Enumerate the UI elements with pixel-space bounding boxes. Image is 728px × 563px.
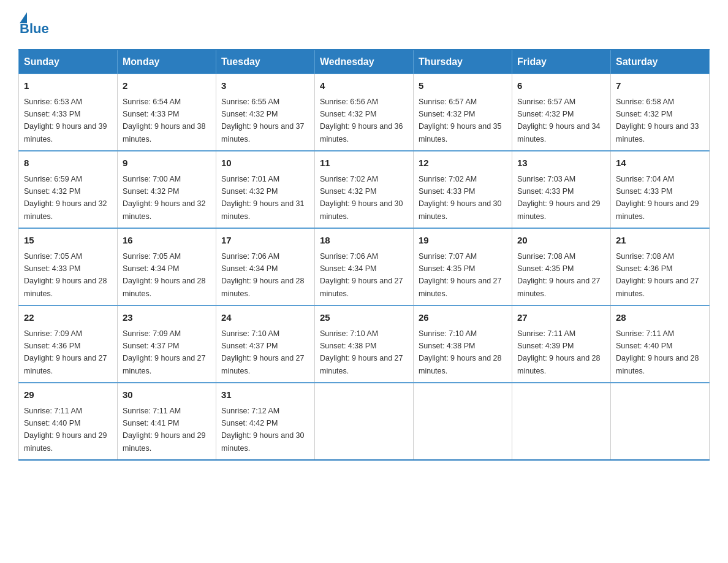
- day-number: 13: [517, 156, 605, 170]
- calendar-cell: 29 Sunrise: 7:11 AMSunset: 4:40 PMDaylig…: [19, 383, 118, 460]
- day-number: 6: [517, 79, 605, 93]
- day-info: Sunrise: 6:59 AMSunset: 4:32 PMDaylight:…: [24, 175, 107, 221]
- day-info: Sunrise: 7:03 AMSunset: 4:33 PMDaylight:…: [517, 175, 601, 221]
- day-info: Sunrise: 7:04 AMSunset: 4:33 PMDaylight:…: [616, 175, 699, 221]
- day-number: 16: [123, 234, 211, 248]
- calendar-cell: 7 Sunrise: 6:58 AMSunset: 4:32 PMDayligh…: [611, 74, 710, 151]
- col-header-sunday: Sunday: [19, 50, 118, 74]
- day-number: 5: [419, 79, 507, 93]
- calendar-cell: 24 Sunrise: 7:10 AMSunset: 4:37 PMDaylig…: [216, 305, 315, 383]
- day-info: Sunrise: 7:11 AMSunset: 4:39 PMDaylight:…: [517, 329, 601, 375]
- calendar-cell: 10 Sunrise: 7:01 AMSunset: 4:32 PMDaylig…: [216, 151, 315, 228]
- day-info: Sunrise: 7:09 AMSunset: 4:36 PMDaylight:…: [24, 329, 107, 375]
- calendar-header-row: SundayMondayTuesdayWednesdayThursdayFrid…: [19, 50, 710, 74]
- logo: Blue: [18, 12, 49, 37]
- day-info: Sunrise: 7:06 AMSunset: 4:34 PMDaylight:…: [221, 252, 305, 298]
- calendar-cell: 12 Sunrise: 7:02 AMSunset: 4:33 PMDaylig…: [414, 151, 512, 228]
- calendar-cell: 25 Sunrise: 7:10 AMSunset: 4:38 PMDaylig…: [315, 305, 414, 383]
- day-info: Sunrise: 7:06 AMSunset: 4:34 PMDaylight:…: [320, 252, 403, 298]
- calendar-cell: 15 Sunrise: 7:05 AMSunset: 4:33 PMDaylig…: [19, 228, 118, 305]
- calendar-cell: 31 Sunrise: 7:12 AMSunset: 4:42 PMDaylig…: [216, 383, 315, 460]
- calendar-cell: 13 Sunrise: 7:03 AMSunset: 4:33 PMDaylig…: [512, 151, 611, 228]
- calendar-cell: 30 Sunrise: 7:11 AMSunset: 4:41 PMDaylig…: [118, 383, 216, 460]
- col-header-tuesday: Tuesday: [216, 50, 315, 74]
- day-info: Sunrise: 7:00 AMSunset: 4:32 PMDaylight:…: [123, 175, 206, 221]
- calendar-cell: 23 Sunrise: 7:09 AMSunset: 4:37 PMDaylig…: [118, 305, 216, 383]
- day-info: Sunrise: 7:10 AMSunset: 4:38 PMDaylight:…: [419, 329, 502, 375]
- day-number: 1: [24, 79, 112, 93]
- calendar-cell: 2 Sunrise: 6:54 AMSunset: 4:33 PMDayligh…: [118, 74, 216, 151]
- calendar-table: SundayMondayTuesdayWednesdayThursdayFrid…: [18, 49, 710, 461]
- calendar-cell: 11 Sunrise: 7:02 AMSunset: 4:32 PMDaylig…: [315, 151, 414, 228]
- day-info: Sunrise: 7:10 AMSunset: 4:37 PMDaylight:…: [221, 329, 305, 375]
- day-number: 7: [616, 79, 704, 93]
- day-number: 23: [123, 311, 211, 325]
- day-number: 10: [221, 156, 309, 170]
- day-info: Sunrise: 6:58 AMSunset: 4:32 PMDaylight:…: [616, 98, 699, 144]
- col-header-saturday: Saturday: [611, 50, 710, 74]
- calendar-cell: 4 Sunrise: 6:56 AMSunset: 4:32 PMDayligh…: [315, 74, 414, 151]
- calendar-cell: 8 Sunrise: 6:59 AMSunset: 4:32 PMDayligh…: [19, 151, 118, 228]
- day-info: Sunrise: 7:05 AMSunset: 4:34 PMDaylight:…: [123, 252, 206, 298]
- day-number: 28: [616, 311, 704, 325]
- day-info: Sunrise: 6:55 AMSunset: 4:32 PMDaylight:…: [221, 98, 305, 144]
- col-header-friday: Friday: [512, 50, 611, 74]
- calendar-cell: 26 Sunrise: 7:10 AMSunset: 4:38 PMDaylig…: [414, 305, 512, 383]
- day-number: 29: [24, 388, 112, 402]
- day-info: Sunrise: 7:02 AMSunset: 4:33 PMDaylight:…: [419, 175, 502, 221]
- calendar-cell: 16 Sunrise: 7:05 AMSunset: 4:34 PMDaylig…: [118, 228, 216, 305]
- calendar-cell: 22 Sunrise: 7:09 AMSunset: 4:36 PMDaylig…: [19, 305, 118, 383]
- day-number: 3: [221, 79, 309, 93]
- calendar-cell: [512, 383, 611, 460]
- calendar-cell: 6 Sunrise: 6:57 AMSunset: 4:32 PMDayligh…: [512, 74, 611, 151]
- week-row-3: 15 Sunrise: 7:05 AMSunset: 4:33 PMDaylig…: [19, 228, 710, 305]
- day-info: Sunrise: 6:57 AMSunset: 4:32 PMDaylight:…: [419, 98, 502, 144]
- day-number: 21: [616, 234, 704, 248]
- calendar-cell: 28 Sunrise: 7:11 AMSunset: 4:40 PMDaylig…: [611, 305, 710, 383]
- calendar-cell: 14 Sunrise: 7:04 AMSunset: 4:33 PMDaylig…: [611, 151, 710, 228]
- day-info: Sunrise: 6:54 AMSunset: 4:33 PMDaylight:…: [123, 98, 206, 144]
- day-info: Sunrise: 6:57 AMSunset: 4:32 PMDaylight:…: [517, 98, 601, 144]
- day-number: 12: [419, 156, 507, 170]
- week-row-1: 1 Sunrise: 6:53 AMSunset: 4:33 PMDayligh…: [19, 74, 710, 151]
- col-header-thursday: Thursday: [414, 50, 512, 74]
- day-info: Sunrise: 7:09 AMSunset: 4:37 PMDaylight:…: [123, 329, 206, 375]
- day-number: 19: [419, 234, 507, 248]
- day-info: Sunrise: 7:05 AMSunset: 4:33 PMDaylight:…: [24, 252, 107, 298]
- day-number: 31: [221, 388, 309, 402]
- day-info: Sunrise: 7:11 AMSunset: 4:40 PMDaylight:…: [616, 329, 699, 375]
- calendar-cell: [315, 383, 414, 460]
- day-info: Sunrise: 7:12 AMSunset: 4:42 PMDaylight:…: [221, 407, 305, 453]
- day-number: 11: [320, 156, 408, 170]
- week-row-2: 8 Sunrise: 6:59 AMSunset: 4:32 PMDayligh…: [19, 151, 710, 228]
- day-info: Sunrise: 6:53 AMSunset: 4:33 PMDaylight:…: [24, 98, 107, 144]
- day-number: 2: [123, 79, 211, 93]
- day-number: 26: [419, 311, 507, 325]
- calendar-cell: 9 Sunrise: 7:00 AMSunset: 4:32 PMDayligh…: [118, 151, 216, 228]
- day-info: Sunrise: 7:08 AMSunset: 4:36 PMDaylight:…: [616, 252, 699, 298]
- logo-subtitle: Blue: [18, 21, 49, 37]
- calendar-cell: 18 Sunrise: 7:06 AMSunset: 4:34 PMDaylig…: [315, 228, 414, 305]
- col-header-monday: Monday: [118, 50, 216, 74]
- day-info: Sunrise: 7:07 AMSunset: 4:35 PMDaylight:…: [419, 252, 502, 298]
- calendar-cell: 3 Sunrise: 6:55 AMSunset: 4:32 PMDayligh…: [216, 74, 315, 151]
- calendar-cell: [414, 383, 512, 460]
- day-number: 17: [221, 234, 309, 248]
- day-number: 22: [24, 311, 112, 325]
- calendar-cell: 27 Sunrise: 7:11 AMSunset: 4:39 PMDaylig…: [512, 305, 611, 383]
- day-number: 27: [517, 311, 605, 325]
- calendar-cell: 20 Sunrise: 7:08 AMSunset: 4:35 PMDaylig…: [512, 228, 611, 305]
- calendar-cell: 17 Sunrise: 7:06 AMSunset: 4:34 PMDaylig…: [216, 228, 315, 305]
- day-number: 15: [24, 234, 112, 248]
- day-number: 20: [517, 234, 605, 248]
- calendar-cell: [611, 383, 710, 460]
- week-row-5: 29 Sunrise: 7:11 AMSunset: 4:40 PMDaylig…: [19, 383, 710, 460]
- day-number: 4: [320, 79, 408, 93]
- day-number: 8: [24, 156, 112, 170]
- calendar-cell: 1 Sunrise: 6:53 AMSunset: 4:33 PMDayligh…: [19, 74, 118, 151]
- day-info: Sunrise: 6:56 AMSunset: 4:32 PMDaylight:…: [320, 98, 403, 144]
- day-info: Sunrise: 7:11 AMSunset: 4:40 PMDaylight:…: [24, 407, 107, 453]
- day-number: 24: [221, 311, 309, 325]
- day-number: 9: [123, 156, 211, 170]
- week-row-4: 22 Sunrise: 7:09 AMSunset: 4:36 PMDaylig…: [19, 305, 710, 383]
